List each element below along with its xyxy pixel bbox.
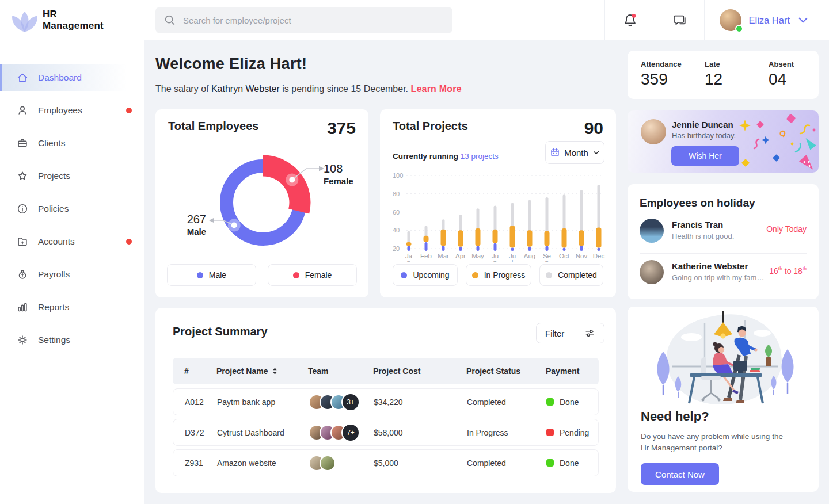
sidebar-nav: Dashboard Employees Clients Projects Pol…: [0, 64, 144, 353]
sidebar-item-clients[interactable]: Clients: [0, 130, 144, 156]
payment-status: Done: [546, 459, 598, 468]
svg-text:60: 60: [393, 209, 400, 216]
team-more-badge: 3+: [341, 393, 360, 411]
filter-sliders-icon: [584, 328, 595, 339]
female-callout: 108 Female: [324, 162, 353, 186]
team-avatars: 3+: [309, 393, 374, 411]
table-row[interactable]: Z931 Amazon website $5,000 Completed Don…: [173, 449, 599, 476]
svg-text:80: 80: [393, 190, 400, 197]
avatar: [641, 119, 666, 144]
svg-text:p: p: [545, 259, 549, 262]
team-avatars: [309, 455, 374, 471]
sidebar-item-reports[interactable]: Reports: [0, 294, 144, 320]
svg-text:Dec: Dec: [593, 253, 605, 259]
sidebar-item-label: Reports: [38, 302, 69, 312]
period-selector[interactable]: Month: [545, 141, 604, 164]
table-row[interactable]: A012 Paytm bank app 3+ $34,220 Completed…: [173, 388, 599, 415]
sidebar-item-policies[interactable]: Policies: [0, 196, 144, 222]
search-input[interactable]: [182, 15, 444, 26]
online-status-dot: [735, 25, 743, 33]
wish-her-button[interactable]: Wish Her: [671, 146, 739, 166]
svg-text:May: May: [471, 253, 484, 259]
gear-icon: [16, 334, 29, 346]
user-name: Eliza Hart: [748, 15, 790, 26]
male-callout: 267 Male: [163, 213, 206, 236]
table-row[interactable]: D372 Cytrust Dashboard 7+ $58,000 In Pro…: [173, 419, 599, 446]
sidebar-item-label: Projects: [38, 171, 70, 181]
notification-dot: [126, 239, 132, 245]
svg-text:l: l: [512, 259, 514, 262]
sidebar-item-label: Payrolls: [38, 269, 70, 280]
welcome-message: The salary of Kathryn Webster is pending…: [155, 84, 462, 94]
home-icon: [16, 71, 29, 84]
svg-text:20: 20: [393, 245, 400, 252]
brand-name: HR Management: [43, 9, 104, 31]
legend-dot: [293, 272, 299, 278]
sidebar-item-label: Accounts: [38, 236, 75, 247]
search-input-wrapper[interactable]: [155, 7, 452, 33]
birthday-note: Has birthday today.: [672, 131, 736, 140]
svg-text:n: n: [407, 259, 410, 262]
chat-icon: [672, 13, 687, 28]
person-icon: [16, 104, 29, 117]
svg-text:Apr: Apr: [455, 253, 466, 259]
messages-button[interactable]: [655, 0, 705, 40]
sidebar-item-projects[interactable]: Projects: [0, 163, 144, 189]
briefcase-icon: [16, 137, 29, 150]
confetti-illustration: [732, 110, 819, 173]
legend-male[interactable]: Male: [167, 264, 256, 286]
bar-chart-icon: [16, 301, 29, 314]
legend-in-progress[interactable]: In Progress: [466, 264, 531, 286]
svg-text:Feb: Feb: [420, 253, 432, 259]
currently-running: Currently running 13 projects: [393, 152, 499, 161]
lotus-logo-icon: [12, 6, 38, 34]
chevron-down-icon: [797, 14, 809, 26]
folder-dollar-icon: [16, 235, 29, 248]
profile-menu[interactable]: Eliza Hart: [705, 9, 829, 31]
stat-late: Late 12: [691, 51, 755, 99]
birthday-person-name: Jennie Duncan: [672, 120, 733, 129]
running-projects-link[interactable]: 13 projects: [461, 152, 499, 161]
svg-text:Oct: Oct: [559, 253, 570, 259]
legend-upcoming[interactable]: Upcoming: [393, 264, 458, 286]
legend-completed[interactable]: Completed: [539, 264, 603, 286]
filter-button[interactable]: Filter: [536, 323, 604, 343]
stat-absent: Absent 04: [755, 51, 819, 99]
help-desk-illustration: [637, 311, 809, 408]
legend-female[interactable]: Female: [268, 264, 357, 286]
team-more-badge: 7+: [341, 423, 360, 442]
page-title: Welcome Eliza Hart!: [155, 55, 307, 73]
sidebar: HR Management Dashboard Employees Client…: [0, 0, 144, 504]
holiday-list-item[interactable]: Francis Tran Health is not good. Only To…: [640, 220, 807, 249]
notification-dot: [632, 14, 636, 18]
learn-more-link[interactable]: Learn More: [411, 84, 462, 94]
sort-icon: [272, 367, 278, 375]
svg-text:Mar: Mar: [438, 253, 449, 259]
sidebar-item-label: Employees: [38, 105, 82, 116]
holiday-list-item[interactable]: Katherine Webster Going on trip with my …: [640, 261, 807, 290]
main-content: Welcome Eliza Hart! The salary of Kathry…: [144, 40, 829, 504]
sidebar-item-accounts[interactable]: Accounts: [0, 228, 144, 255]
total-employees-card: Total Employees 375 108 Female 267 Male …: [155, 109, 368, 297]
sidebar-item-payrolls[interactable]: Payrolls: [0, 261, 144, 288]
sidebar-item-dashboard[interactable]: Dashboard: [0, 64, 144, 91]
topbar-actions: Eliza Hart: [604, 0, 829, 40]
brand-logo: HR Management: [0, 0, 144, 40]
legend-dot: [546, 272, 552, 278]
sidebar-item-settings[interactable]: Settings: [0, 327, 144, 353]
holiday-duration: 16th to 18th: [769, 266, 807, 276]
notifications-button[interactable]: [604, 0, 655, 40]
card-title: Need help?: [641, 409, 709, 424]
avatar: [640, 260, 664, 284]
sidebar-item-label: Dashboard: [38, 72, 82, 83]
contact-now-button[interactable]: Contact Now: [641, 463, 719, 485]
sortable-column[interactable]: Project Name: [216, 366, 308, 376]
avatar: [320, 455, 336, 471]
payment-status: Pending: [546, 428, 598, 437]
svg-text:n: n: [493, 259, 497, 262]
person-link[interactable]: Kathryn Webster: [211, 84, 280, 94]
info-icon: [16, 203, 29, 215]
stat-attendance: Attendance 359: [628, 51, 691, 99]
avatar: [720, 9, 741, 31]
sidebar-item-employees[interactable]: Employees: [0, 97, 144, 124]
